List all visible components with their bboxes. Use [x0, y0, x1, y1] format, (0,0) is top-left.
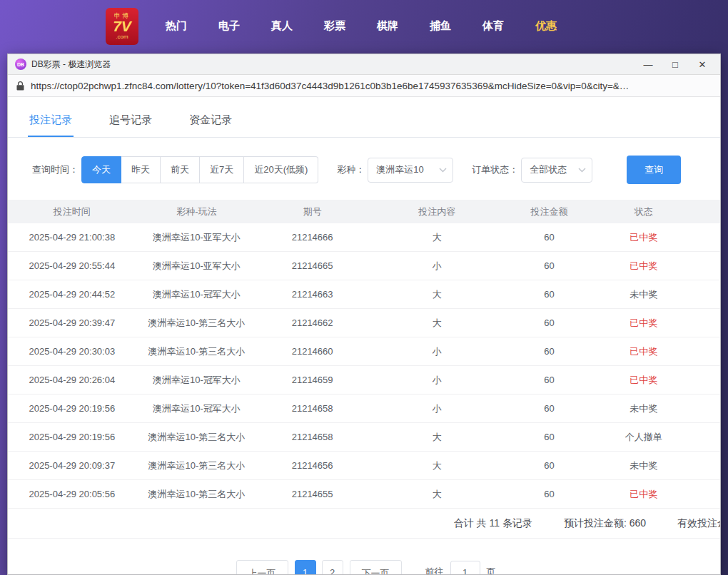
site-logo[interactable]: 申博 7V .com	[106, 8, 138, 45]
nav-item[interactable]: 电子	[203, 12, 256, 40]
lottery-filter-label: 彩种：	[337, 163, 365, 176]
pagination: 上一页 12 下一页 前往 页	[8, 560, 720, 574]
cell-time: 2025-04-29 20:55:44	[8, 260, 136, 271]
browser-favicon-icon: DB	[15, 58, 26, 70]
table-row[interactable]: 2025-04-29 20:19:56澳洲幸运10-第三名大小21214658大…	[8, 423, 720, 452]
cell-game: 澳洲幸运10-冠军大小	[136, 374, 258, 387]
time-filter-button[interactable]: 今天	[81, 156, 121, 183]
goto-suffix: 页	[487, 566, 496, 574]
table-row[interactable]: 2025-04-29 20:44:52澳洲幸运10-冠军大小21214663大6…	[8, 280, 720, 309]
summary-row: 合计 共 11 条记录 预计投注金额: 660 有效投注金额:	[8, 509, 720, 539]
table-header-row: 投注时间彩种-玩法期号投注内容投注金额状态	[8, 200, 720, 223]
cell-amount: 60	[507, 375, 592, 385]
cell-status: 已中奖	[592, 488, 695, 501]
logo-main-text: 7V	[113, 19, 131, 34]
chevron-down-icon	[439, 168, 447, 173]
cell-game: 澳洲幸运10-第三名大小	[136, 431, 258, 444]
column-header: 彩种-玩法	[136, 205, 258, 218]
cell-amount: 60	[507, 260, 592, 271]
table-row[interactable]: 2025-04-29 20:05:56澳洲幸运10-第三名大小21214655大…	[8, 480, 720, 509]
cell-status: 个人撤单	[592, 431, 695, 444]
tab[interactable]: 资金记录	[188, 103, 233, 137]
url-text[interactable]: https://ctop02pchwp1.zfnc84.com/lottery/…	[31, 81, 629, 91]
cell-content: 小	[368, 345, 507, 358]
page-content: 投注记录追号记录资金记录 查询时间： 今天昨天前天近7天近20天(低频) 彩种：…	[8, 97, 720, 574]
next-page-button[interactable]: 下一页	[350, 560, 402, 574]
logo-sub-text: .com	[116, 34, 128, 40]
cell-game: 澳洲幸运10-冠军大小	[136, 402, 258, 415]
table-row[interactable]: 2025-04-29 20:09:37澳洲幸运10-第三名大小21214656大…	[8, 452, 720, 480]
table-body: 2025-04-29 21:00:38澳洲幸运10-亚军大小21214666大6…	[8, 223, 720, 509]
prev-page-button[interactable]: 上一页	[236, 560, 288, 574]
cell-game: 澳洲幸运10-第三名大小	[136, 459, 258, 472]
cell-content: 大	[368, 459, 507, 472]
search-button[interactable]: 查询	[627, 156, 681, 184]
address-bar[interactable]: https://ctop02pchwp1.zfnc84.com/lottery/…	[8, 75, 720, 97]
maximize-icon[interactable]: □	[662, 55, 689, 74]
cell-amount: 60	[507, 289, 592, 300]
tab[interactable]: 追号记录	[108, 103, 153, 137]
page-numbers: 12	[292, 560, 346, 574]
table-row[interactable]: 2025-04-29 21:00:38澳洲幸运10-亚军大小21214666大6…	[8, 223, 720, 252]
cell-time: 2025-04-29 20:09:37	[8, 460, 136, 471]
goto-page: 前往 页	[425, 560, 496, 574]
nav-item[interactable]: 棋牌	[361, 12, 414, 40]
nav-item[interactable]: 体育	[467, 12, 520, 40]
total-records-text: 合计 共 11 条记录	[454, 517, 532, 530]
time-filter-button[interactable]: 近20天(低频)	[244, 156, 318, 183]
nav-item[interactable]: 彩票	[308, 12, 361, 40]
minimize-icon[interactable]: —	[635, 55, 662, 74]
cell-issue: 21214660	[257, 346, 368, 357]
cell-issue: 21214663	[257, 289, 368, 300]
cell-amount: 60	[507, 460, 592, 471]
time-filter-button[interactable]: 昨天	[121, 156, 161, 183]
goto-page-input[interactable]	[450, 561, 480, 575]
cell-amount: 60	[507, 232, 592, 243]
order-status-select[interactable]: 全部状态	[521, 158, 592, 183]
cell-content: 大	[368, 317, 507, 330]
cell-time: 2025-04-29 20:39:47	[8, 317, 136, 328]
page-number[interactable]: 2	[322, 560, 343, 574]
table-row[interactable]: 2025-04-29 20:19:56澳洲幸运10-冠军大小21214658小6…	[8, 395, 720, 423]
cell-content: 小	[368, 260, 507, 273]
cell-amount: 60	[507, 346, 592, 357]
cell-content: 大	[368, 431, 507, 444]
cell-time: 2025-04-29 20:19:56	[8, 403, 136, 414]
cell-time: 2025-04-29 20:26:04	[8, 375, 136, 385]
cell-game: 澳洲幸运10-冠军大小	[136, 288, 258, 301]
table-row[interactable]: 2025-04-29 20:26:04澳洲幸运10-冠军大小21214659小6…	[8, 366, 720, 395]
cell-issue: 21214659	[257, 375, 368, 385]
table-row[interactable]: 2025-04-29 20:39:47澳洲幸运10-第三名大小21214662大…	[8, 309, 720, 337]
nav-item[interactable]: 真人	[256, 12, 308, 40]
column-header: 状态	[592, 205, 695, 218]
cell-time: 2025-04-29 21:00:38	[8, 232, 136, 243]
time-filter-group: 今天昨天前天近7天近20天(低频)	[81, 156, 318, 183]
cell-content: 大	[368, 288, 507, 301]
time-filter-label: 查询时间：	[32, 163, 79, 176]
column-header: 期号	[257, 205, 368, 218]
cell-time: 2025-04-29 20:30:03	[8, 346, 136, 357]
table-row[interactable]: 2025-04-29 20:30:03澳洲幸运10-第三名大小21214660小…	[8, 337, 720, 366]
time-filter-button[interactable]: 前天	[161, 156, 200, 183]
lottery-select[interactable]: 澳洲幸运10	[368, 158, 453, 183]
goto-label: 前往	[425, 566, 444, 574]
nav-item[interactable]: 捕鱼	[414, 12, 467, 40]
cell-issue: 21214655	[257, 489, 368, 499]
window-titlebar[interactable]: DB DB彩票 - 极速浏览器 — □ ✕	[8, 54, 720, 75]
page-number[interactable]: 1	[295, 560, 316, 574]
cell-status: 已中奖	[592, 374, 695, 387]
site-header: 申博 7V .com 热门电子真人彩票棋牌捕鱼体育优惠	[0, 0, 728, 52]
cell-amount: 60	[507, 317, 592, 328]
time-filter-button[interactable]: 近7天	[200, 156, 244, 183]
tab[interactable]: 投注记录	[28, 103, 74, 137]
cell-amount: 60	[507, 403, 592, 414]
cell-issue: 21214662	[257, 317, 368, 328]
cell-status: 未中奖	[592, 288, 695, 301]
nav-item[interactable]: 优惠	[520, 12, 572, 40]
browser-window: DB DB彩票 - 极速浏览器 — □ ✕ https://ctop02pchw…	[7, 54, 721, 575]
table-row[interactable]: 2025-04-29 20:55:44澳洲幸运10-亚军大小21214665小6…	[8, 252, 720, 280]
cell-game: 澳洲幸运10-亚军大小	[136, 231, 258, 244]
close-icon[interactable]: ✕	[689, 55, 716, 74]
nav-item[interactable]: 热门	[150, 12, 203, 40]
cell-time: 2025-04-29 20:19:56	[8, 432, 136, 442]
